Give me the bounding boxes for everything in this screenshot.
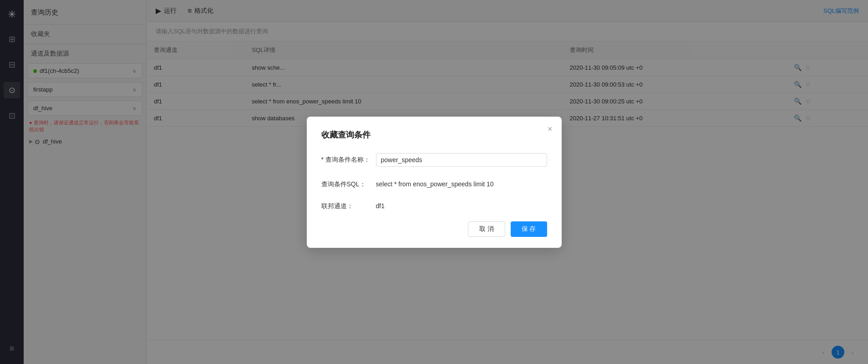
modal-name-label: * 查询条件名称：	[321, 153, 376, 164]
modal-channel-label: 联邦通道：	[321, 200, 376, 210]
modal-title: 收藏查询条件	[321, 129, 547, 140]
cancel-button[interactable]: 取 消	[468, 221, 505, 237]
modal-sql-row: 查询条件SQL： select * from enos_power_speeds…	[321, 178, 547, 189]
modal-sql-label: 查询条件SQL：	[321, 178, 376, 189]
modal-channel-row: 联邦通道： df1	[321, 200, 547, 210]
modal-channel-value: df1	[376, 200, 385, 210]
modal-name-row: * 查询条件名称：	[321, 153, 547, 167]
save-query-modal: 收藏查询条件 × * 查询条件名称： 查询条件SQL： select * fro…	[307, 117, 562, 248]
modal-name-input[interactable]	[376, 153, 547, 167]
modal-footer: 取 消 保 存	[321, 221, 547, 237]
modal-overlay[interactable]: 收藏查询条件 × * 查询条件名称： 查询条件SQL： select * fro…	[0, 0, 868, 364]
save-button[interactable]: 保 存	[511, 221, 547, 237]
modal-close-button[interactable]: ×	[548, 125, 553, 133]
modal-sql-value: select * from enos_power_speeds limit 10	[376, 178, 494, 188]
